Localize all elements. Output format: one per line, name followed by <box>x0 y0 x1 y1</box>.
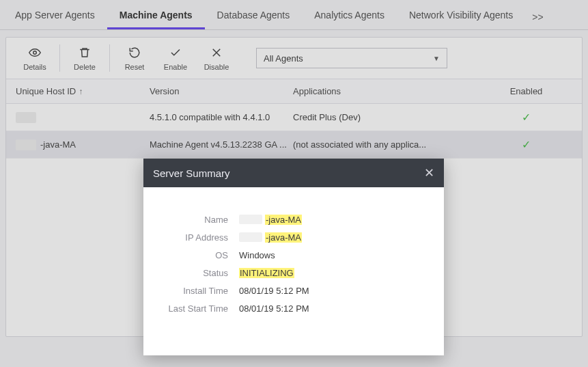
field-install: Install Time 08/01/19 5:12 PM <box>157 282 430 299</box>
label-name: Name <box>157 215 239 225</box>
modal-title: Server Summary <box>153 167 230 179</box>
close-icon[interactable]: ✕ <box>424 165 434 180</box>
field-ip: IP Address -java-MA <box>157 228 430 246</box>
status-highlighted: INITIALIZING <box>239 268 294 278</box>
field-status: Status INITIALIZING <box>157 264 430 282</box>
modal-header: Server Summary ✕ <box>143 159 444 187</box>
value-os: Windows <box>239 250 275 260</box>
label-ip: IP Address <box>157 232 239 243</box>
value-install: 08/01/19 5:12 PM <box>239 286 309 296</box>
label-last-start: Last Start Time <box>157 303 239 314</box>
label-install: Install Time <box>157 286 239 296</box>
value-status: INITIALIZING <box>239 268 294 278</box>
value-name: -java-MA <box>239 215 302 225</box>
redacted-box <box>239 232 262 242</box>
label-status: Status <box>157 268 239 278</box>
ip-highlighted: -java-MA <box>265 232 302 243</box>
value-ip: -java-MA <box>239 232 302 243</box>
modal-body: Name -java-MA IP Address -java-MA OS Win… <box>143 187 444 355</box>
name-highlighted: -java-MA <box>265 215 302 225</box>
server-summary-dialog: Server Summary ✕ Name -java-MA IP Addres… <box>143 159 444 355</box>
redacted-box <box>239 215 262 224</box>
field-name: Name -java-MA <box>157 210 430 228</box>
label-os: OS <box>157 250 239 260</box>
field-last-start: Last Start Time 08/01/19 5:12 PM <box>157 299 430 317</box>
value-last-start: 08/01/19 5:12 PM <box>239 303 309 314</box>
field-os: OS Windows <box>157 246 430 264</box>
